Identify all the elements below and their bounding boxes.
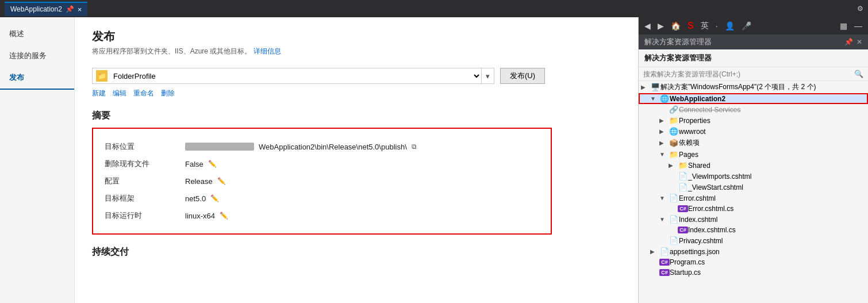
sidebar-item-connected-services[interactable]: 连接的服务 — [0, 45, 74, 67]
appsettings-icon: 📄 — [659, 247, 670, 256]
sidebar-item-overview[interactable]: 概述 — [0, 23, 74, 45]
tree-item-error-cs[interactable]: C# Error.cshtml.cs — [639, 204, 868, 214]
toolbar-icon-forward[interactable]: ▶ — [655, 20, 666, 32]
config-value: Release — [185, 177, 213, 186]
arrow-pages: ▼ — [659, 151, 669, 158]
dependencies-icon: 📦 — [669, 139, 679, 147]
tab-webapplication2[interactable]: WebApplication2 📌 × — [5, 2, 87, 16]
toolbar-icon-home[interactable]: 🏠 — [669, 20, 683, 32]
index-cshtml-icon: 📄 — [669, 215, 679, 224]
target-framework-value: net5.0 — [185, 194, 206, 203]
tree-item-startup[interactable]: C# Startup.cs — [639, 267, 868, 278]
right-panel-toolbar: ◀ ▶ 🏠 S 英 · 👤 🎤 ▦ — — [639, 17, 868, 34]
action-link-rename[interactable]: 重命名 — [133, 89, 154, 98]
tree-item-properties[interactable]: ▶ 📁 Properties — [639, 115, 868, 126]
search-input[interactable] — [643, 70, 852, 78]
program-icon: C# — [659, 259, 670, 266]
panel-title-label: 解决方案资源管理器 — [644, 37, 841, 47]
tree-item-webapplication2[interactable]: ▼ 🌐 WebApplication2 — [639, 93, 868, 104]
panel-icon-pin[interactable]: 📌 — [844, 38, 853, 46]
tree-item-dependencies[interactable]: ▶ 📦 依赖项 — [639, 137, 868, 149]
summary-row-target-runtime: 目标运行时 linux-x64 ✏️ — [105, 207, 539, 224]
edit-icon-target-runtime[interactable]: ✏️ — [220, 212, 228, 220]
publish-button[interactable]: 发布(U) — [500, 68, 545, 84]
properties-label: Properties — [679, 117, 868, 125]
action-link-delete[interactable]: 删除 — [161, 89, 175, 98]
privacy-label: Privacy.cshtml — [679, 237, 868, 245]
startup-icon: C# — [659, 269, 670, 276]
toolbar-icon-user[interactable]: 👤 — [723, 20, 737, 32]
summary-box: 目标位置 WebApplication2\bin\Release\net5.0\… — [92, 128, 552, 235]
tab-close-icon[interactable]: × — [78, 5, 82, 14]
page-title: 发布 — [92, 29, 621, 44]
tree-item-privacy[interactable]: 📄 Privacy.cshtml — [639, 235, 868, 246]
tab-pin-icon: 📌 — [66, 5, 74, 13]
page-subtitle: 将应用程序部署到文件夹、IIS、Azure 或其他目标。 详细信息 — [92, 47, 621, 56]
webapplication2-icon: 🌐 — [659, 94, 670, 103]
connected-services-label: Connected Services — [679, 106, 868, 114]
expand-webapp-icon: ▼ — [650, 95, 659, 102]
arrow-error: ▼ — [659, 195, 669, 201]
sidebar-nav: 概述 连接的服务 发布 — [0, 17, 75, 303]
toolbar-icon-lang[interactable]: 英 — [698, 20, 711, 32]
publish-panel: 概述 连接的服务 发布 发布 将应用程序部署到文件夹、IIS、Azure 或其他… — [0, 17, 638, 303]
toolbar-icon-mic[interactable]: 🎤 — [739, 20, 754, 32]
sidebar-item-publish[interactable]: 发布 — [0, 67, 74, 90]
tree-item-program[interactable]: C# Program.cs — [639, 257, 868, 267]
value-target-location: WebApplication2\bin\Release\net5.0\publi… — [185, 143, 417, 151]
profile-row: 📁 FolderProfile ▾ 发布(U) — [92, 68, 621, 84]
profile-select[interactable]: FolderProfile — [111, 71, 481, 81]
edit-icon-config[interactable]: ✏️ — [217, 177, 226, 185]
value-config: Release ✏️ — [185, 177, 226, 186]
label-delete-existing: 删除现有文件 — [105, 159, 174, 169]
chevron-down-icon: ▶ — [641, 84, 650, 90]
tree-item-viewimports[interactable]: 📄 _ViewImports.cshtml — [639, 171, 868, 182]
toolbar-icon-dot[interactable]: · — [713, 20, 720, 32]
toolbar-icon-minimize[interactable]: — — [852, 20, 865, 32]
label-target-runtime: 目标运行时 — [105, 210, 174, 221]
toolbar-icon-grid[interactable]: ▦ — [838, 20, 850, 32]
program-label: Program.cs — [670, 258, 868, 266]
delete-existing-value: False — [185, 160, 203, 168]
toolbar-icon-back[interactable]: ◀ — [642, 20, 653, 32]
action-link-new[interactable]: 新建 — [92, 89, 106, 98]
tree-item-connected-services[interactable]: 🔗 Connected Services — [639, 104, 868, 115]
webapplication2-label: WebApplication2 — [670, 95, 868, 103]
tree-item-viewstart[interactable]: 📄 _ViewStart.cshtml — [639, 182, 868, 193]
tree-item-error-cshtml[interactable]: ▼ 📄 Error.cshtml — [639, 193, 868, 204]
summary-row-config: 配置 Release ✏️ — [105, 172, 539, 190]
edit-icon-delete-existing[interactable]: ✏️ — [208, 160, 217, 168]
arrow-properties: ▶ — [659, 117, 669, 124]
wwwroot-icon: 🌐 — [669, 127, 679, 136]
pages-icon: 📁 — [669, 150, 679, 159]
profile-dropdown-arrow[interactable]: ▾ — [481, 68, 494, 84]
tree-area: ▶ 🖥️ 解决方案"WindowsFormsApp4"(2 个项目，共 2 个)… — [639, 81, 868, 303]
panel-icon-close[interactable]: ✕ — [857, 38, 862, 46]
subtitle-link[interactable]: 详细信息 — [254, 47, 281, 55]
settings-icon[interactable]: ⚙ — [857, 5, 863, 13]
tree-item-index-cs[interactable]: C# Index.cshtml.cs — [639, 225, 868, 235]
privacy-icon: 📄 — [669, 236, 679, 245]
tree-item-appsettings[interactable]: ▶ 📄 appsettings.json — [639, 246, 868, 257]
arrow-dependencies: ▶ — [659, 140, 669, 146]
startup-label: Startup.cs — [670, 269, 868, 277]
blurred-path — [185, 143, 254, 151]
connected-services-icon: 🔗 — [669, 105, 679, 114]
copy-icon[interactable]: ⧉ — [412, 143, 417, 151]
tree-item-shared[interactable]: ▶ 📁 Shared — [639, 160, 868, 171]
label-target-framework: 目标框架 — [105, 193, 174, 204]
edit-icon-target-framework[interactable]: ✏️ — [210, 194, 219, 202]
toolbar-icon-s[interactable]: S — [685, 20, 696, 32]
tree-item-index-cshtml[interactable]: ▼ 📄 Index.cshtml — [639, 214, 868, 225]
viewimports-label: _ViewImports.cshtml — [688, 172, 868, 181]
summary-row-delete-existing: 删除现有文件 False ✏️ — [105, 155, 539, 172]
search-icon: 🔍 — [854, 70, 863, 78]
action-link-edit[interactable]: 编辑 — [113, 89, 126, 98]
search-bar: 🔍 — [639, 67, 868, 81]
tree-item-wwwroot[interactable]: ▶ 🌐 wwwroot — [639, 126, 868, 137]
tree-item-solution[interactable]: ▶ 🖥️ 解决方案"WindowsFormsApp4"(2 个项目，共 2 个) — [639, 81, 868, 93]
solution-icon: 🖥️ — [650, 83, 660, 91]
tree-item-pages[interactable]: ▼ 📁 Pages — [639, 149, 868, 160]
appsettings-label: appsettings.json — [670, 248, 868, 256]
tab-label: WebApplication2 — [10, 5, 62, 13]
